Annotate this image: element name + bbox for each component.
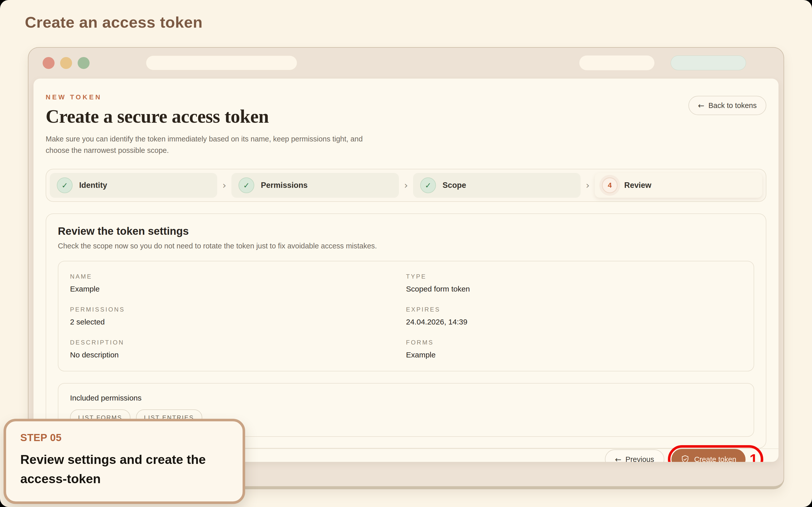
app-description: Make sure you can identify the token imm…: [46, 133, 386, 156]
app-panel: NEW TOKEN Create a secure access token M…: [34, 78, 778, 462]
field-type: TYPE Scoped form token: [406, 273, 742, 293]
field-forms: FORMS Example: [406, 339, 742, 359]
field-label: FORMS: [406, 339, 742, 346]
create-token-label: Create token: [694, 455, 737, 462]
field-value: Example: [406, 351, 742, 359]
chrome-pill-right: [671, 56, 746, 70]
previous-label: Previous: [625, 455, 654, 462]
app-heading: Create a secure access token: [46, 106, 386, 127]
step-permissions-label: Permissions: [261, 181, 308, 190]
previous-button[interactable]: ← Previous: [605, 449, 664, 462]
field-label: NAME: [70, 273, 406, 280]
shield-check-icon: [680, 455, 690, 462]
previous-arrow-icon: ←: [615, 455, 621, 462]
back-to-tokens-label: Back to tokens: [708, 101, 757, 110]
chevron-right-icon: ›: [580, 180, 595, 191]
window-close-dot: [43, 57, 55, 69]
chevron-right-icon: ›: [217, 180, 232, 191]
field-value: 2 selected: [70, 318, 406, 326]
field-expires: EXPIRES 24.04.2026, 14:39: [406, 306, 742, 326]
field-value: Scoped form token: [406, 285, 742, 293]
page-title: Create an access token: [25, 13, 202, 31]
field-description: DESCRIPTION No description: [70, 339, 406, 359]
step-scope[interactable]: ✓ Scope: [413, 173, 580, 198]
step-permissions[interactable]: ✓ Permissions: [232, 173, 399, 198]
check-icon: ✓: [239, 177, 254, 193]
window-minimize-dot: [60, 57, 72, 69]
address-bar: [146, 56, 297, 70]
field-label: EXPIRES: [406, 306, 742, 313]
page: Create an access token NEW TOKEN Create …: [0, 0, 812, 507]
chevron-right-icon: ›: [399, 180, 413, 191]
review-card: Review the token settings Check the scop…: [46, 214, 766, 448]
check-icon: ✓: [57, 177, 72, 193]
field-value: 24.04.2026, 14:39: [406, 318, 742, 326]
chrome-pill-left: [579, 56, 654, 70]
field-label: PERMISSIONS: [70, 306, 406, 313]
create-token-button[interactable]: Create token: [671, 449, 746, 462]
create-token-annotated-group: Create token 1: [671, 449, 759, 462]
summary-box: NAME Example TYPE Scoped form token PERM…: [58, 261, 754, 372]
field-value: Example: [70, 285, 406, 293]
step-number-badge: 4: [602, 177, 618, 193]
stepper: ✓ Identity › ✓ Permissions › ✓ Scope ›: [46, 169, 766, 202]
field-label: DESCRIPTION: [70, 339, 406, 346]
annotation-number: 1: [750, 452, 759, 462]
step-overlay-eyebrow: STEP 05: [20, 432, 229, 443]
step-overlay-text: Review settings and create the access-to…: [20, 450, 229, 489]
header-row: NEW TOKEN Create a secure access token M…: [46, 93, 766, 156]
browser-chrome: [29, 48, 783, 78]
check-icon: ✓: [420, 177, 436, 193]
step-review[interactable]: 4 Review: [595, 173, 762, 198]
panel-body: NEW TOKEN Create a secure access token M…: [34, 78, 778, 448]
step-overlay-card: STEP 05 Review settings and create the a…: [4, 419, 245, 504]
header-text: NEW TOKEN Create a secure access token M…: [46, 93, 386, 156]
back-arrow-icon: ←: [698, 101, 704, 110]
window-zoom-dot: [78, 57, 90, 69]
review-subtitle: Check the scope now so you do not need t…: [58, 242, 754, 250]
step-identity-label: Identity: [79, 181, 107, 190]
step-review-label: Review: [624, 181, 651, 190]
field-name: NAME Example: [70, 273, 406, 293]
field-permissions: PERMISSIONS 2 selected: [70, 306, 406, 326]
step-scope-label: Scope: [443, 181, 466, 190]
back-to-tokens-button[interactable]: ← Back to tokens: [689, 96, 766, 115]
included-permissions-title: Included permissions: [70, 394, 742, 402]
review-title: Review the token settings: [58, 225, 754, 237]
field-value: No description: [70, 351, 406, 359]
step-identity[interactable]: ✓ Identity: [50, 173, 217, 198]
field-label: TYPE: [406, 273, 742, 280]
eyebrow-label: NEW TOKEN: [46, 93, 386, 101]
